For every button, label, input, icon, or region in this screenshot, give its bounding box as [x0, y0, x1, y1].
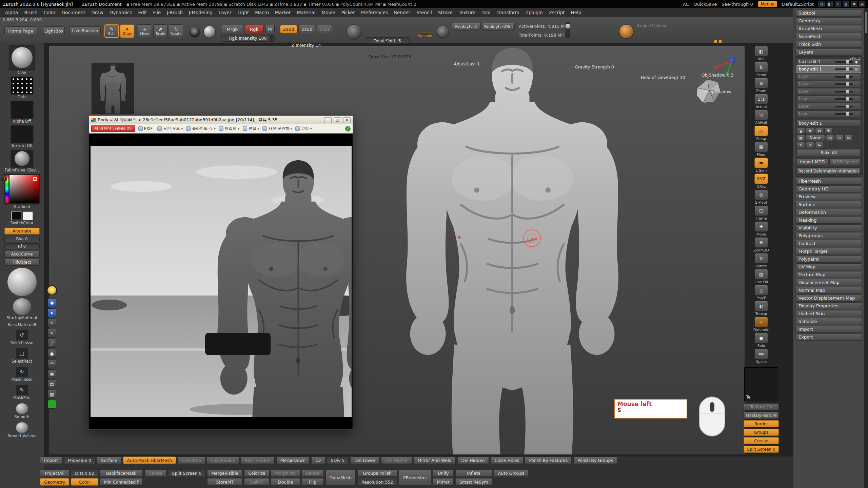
solo-button[interactable]: ● Solo: [752, 333, 770, 348]
accucurve-button[interactable]: AccuCurve: [4, 251, 40, 258]
eye-icon[interactable]: ◉: [47, 298, 56, 307]
gravity-strength-slider[interactable]: Gravity Strength 0: [574, 63, 615, 70]
pencil-icon[interactable]: ✎: [47, 329, 56, 338]
layer-delete-button[interactable]: ⊠: [844, 135, 852, 141]
menu-item[interactable]: Draw: [88, 9, 106, 16]
menu-item[interactable]: Zplugin: [522, 9, 546, 16]
smooth-valleys-icon[interactable]: [16, 422, 28, 433]
menu-item[interactable]: Layer: [216, 9, 235, 16]
layer-intensity-slider[interactable]: [835, 83, 853, 85]
focal-knob-icon[interactable]: [347, 24, 361, 39]
layer-intensity-slider[interactable]: [835, 91, 853, 93]
panel-section[interactable]: Polypaint: [795, 256, 862, 263]
photo-menu-item[interactable]: 사진 보관함: [262, 126, 292, 131]
zsub-button[interactable]: Zsub: [298, 25, 315, 33]
alternate-button[interactable]: Alternate: [4, 228, 40, 235]
bottom-button[interactable]: MergeDown: [276, 456, 310, 464]
panel-section[interactable]: Contact: [795, 240, 862, 247]
zoom-button[interactable]: ⊕ Zoom: [752, 78, 770, 93]
panel-section[interactable]: UV Map: [795, 263, 862, 270]
bottom-button[interactable]: Import: [40, 456, 62, 464]
bottom-button[interactable]: Groups Polish: [357, 469, 397, 477]
mask-pen-icon[interactable]: ✎: [16, 385, 28, 395]
alpha-preview-icon[interactable]: [203, 26, 216, 38]
m-button[interactable]: M: [265, 25, 275, 33]
panel-section[interactable]: Display Properties: [795, 302, 862, 309]
mask-lasso-icon[interactable]: ↻: [16, 367, 28, 377]
undo-icon[interactable]: ↶: [47, 359, 56, 368]
maximize-button[interactable]: ▢: [334, 117, 341, 123]
globe-icon[interactable]: ◍: [843, 1, 849, 7]
settings-icon[interactable]: ✱: [851, 1, 857, 7]
layer-intensity-slider[interactable]: [835, 98, 853, 100]
frame-button[interactable]: ▢ Frame: [752, 205, 770, 220]
select-rect-icon[interactable]: ▢: [16, 348, 28, 359]
bottom-button[interactable]: Uv: [311, 456, 325, 464]
menu-item[interactable]: Color: [40, 9, 58, 16]
shadow-toggle-dot[interactable]: [714, 40, 717, 43]
bottom-button[interactable]: DynaMesh: [326, 469, 356, 486]
stroke-thumbnail[interactable]: [11, 77, 33, 94]
close-button[interactable]: ✕: [343, 117, 351, 123]
bottom-button[interactable]: DelMT: [244, 478, 269, 486]
panel-section[interactable]: Masking: [795, 217, 862, 224]
panel-section[interactable]: Initialize: [795, 318, 862, 325]
photo-menu-item[interactable]: 보기 모드: [157, 126, 183, 131]
material-thumbnail[interactable]: [11, 150, 33, 167]
obj-shadow-slider[interactable]: ObjShadow 0.3: [701, 72, 734, 79]
home-page-button[interactable]: Home Page: [4, 26, 37, 35]
rotate-3d-button[interactable]: ↻ Rotate: [752, 253, 770, 268]
menu-item[interactable]: Preferences: [358, 9, 391, 16]
layer-row[interactable]: Layer: [796, 110, 861, 117]
photo-menu-item[interactable]: 책갈피: [219, 126, 239, 131]
menu-item[interactable]: File: [150, 9, 164, 16]
green-swatch-icon[interactable]: [47, 400, 56, 409]
panel-section[interactable]: NanoMesh: [795, 33, 862, 40]
lightbox-button[interactable]: LightBox: [43, 26, 65, 35]
deep-shadow-slider[interactable]: DeepShadow: [701, 88, 734, 95]
layer-swap-button[interactable]: ⇄: [815, 128, 823, 134]
smooth-brush-icon[interactable]: [16, 403, 28, 414]
rgb-button[interactable]: Rgb: [245, 25, 264, 33]
see-through-slider[interactable]: See-through 0: [722, 2, 753, 7]
move-button[interactable]: +Move: [138, 24, 152, 38]
live-boolean-button[interactable]: Live Boolean: [70, 26, 101, 35]
layer-new-button[interactable]: ✚: [824, 128, 832, 134]
rotate-button[interactable]: ↻Rotate: [169, 24, 183, 38]
menus-button[interactable]: Menus: [758, 1, 777, 7]
bottom-button[interactable]: Polish By Features: [525, 456, 572, 464]
exif-button[interactable]: EXIF: [138, 126, 154, 131]
vertical-scrollbar[interactable]: [864, 8, 868, 488]
select-lasso-icon[interactable]: ↺: [16, 330, 28, 340]
move-3d-button[interactable]: ✚ Move: [752, 221, 770, 236]
qxyz-button[interactable]: XYZ QXyz: [752, 174, 770, 188]
menu-item[interactable]: Help: [568, 9, 585, 16]
set-pivot-button[interactable]: ◎ S.Pivot: [752, 189, 770, 204]
panel-section[interactable]: Deformation: [795, 209, 862, 216]
xpose-button[interactable]: ⋙ Xpose: [752, 349, 770, 364]
bottom-button[interactable]: Del Hidden: [457, 456, 489, 464]
bottom-button[interactable]: LazyStep: [178, 456, 205, 464]
bottom-button[interactable]: Inflate: [455, 469, 492, 477]
photo-menu-item[interactable]: 편집: [243, 126, 259, 131]
layer-intensity-slider[interactable]: [835, 61, 853, 63]
panel-section[interactable]: Polygroups: [795, 232, 862, 239]
bottom-button[interactable]: Split Screen 0: [168, 469, 206, 477]
bottom-button[interactable]: StoreMT: [207, 478, 242, 486]
adjust-last-slider[interactable]: AdjustLast 1: [452, 60, 482, 67]
panel-section[interactable]: FiberMesh: [795, 178, 862, 185]
menu-item[interactable]: Zscript: [546, 9, 568, 16]
startup-material-sphere[interactable]: [13, 298, 31, 315]
field-of-view-slider[interactable]: Field of view(deg) 30: [637, 74, 689, 81]
menu-item[interactable]: Stroke: [435, 9, 456, 16]
layer-add-button[interactable]: ⊞: [835, 135, 843, 141]
border-button[interactable]: Border: [744, 420, 779, 427]
bottom-button[interactable]: LazyRadius: [207, 456, 239, 464]
photo-window-titlebar[interactable]: Body 사진 레퍼런스 > 26e1c1eef58ae9ab0122abd39…: [89, 116, 353, 124]
menu-item[interactable]: Document: [59, 9, 88, 16]
bottom-button[interactable]: BackfaceMask: [100, 469, 143, 477]
panel-section[interactable]: Normal Map: [795, 287, 862, 294]
menu-item[interactable]: Material: [294, 9, 319, 16]
bottom-button[interactable]: Flip: [302, 478, 324, 486]
dynamic-toggle[interactable]: Dynamic: [417, 33, 433, 38]
